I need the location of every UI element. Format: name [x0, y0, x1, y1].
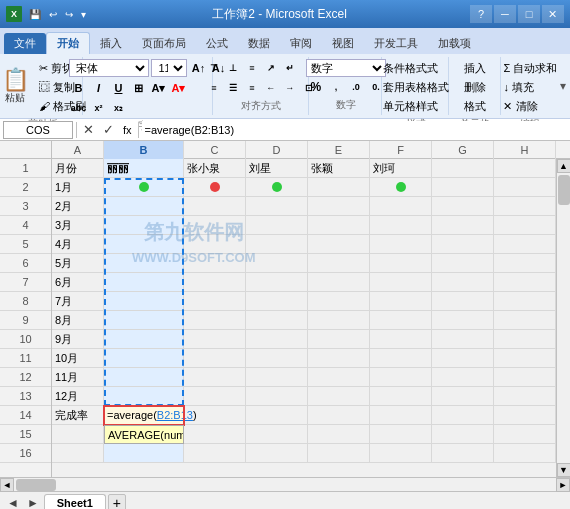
- cell-e3[interactable]: [308, 197, 370, 216]
- indent-inc-button[interactable]: →: [281, 79, 299, 97]
- cell-e11[interactable]: [308, 349, 370, 368]
- underline-button[interactable]: U: [109, 79, 127, 97]
- align-middle-button[interactable]: ⊥: [224, 59, 242, 77]
- cell-b9[interactable]: [104, 311, 184, 330]
- row-header-11[interactable]: 11: [0, 349, 51, 368]
- cell-b14[interactable]: =average(B2:B13): [104, 406, 184, 425]
- ribbon-scroll-button[interactable]: ▾: [560, 79, 566, 93]
- cell-g14[interactable]: [432, 406, 494, 425]
- cell-c13[interactable]: [184, 387, 246, 406]
- cell-c10[interactable]: [184, 330, 246, 349]
- cell-d6[interactable]: [246, 254, 308, 273]
- corner-cell[interactable]: [0, 141, 52, 158]
- font-color-button[interactable]: A▾: [169, 79, 187, 97]
- indent-dec-button[interactable]: ←: [262, 79, 280, 97]
- cell-g7[interactable]: [432, 273, 494, 292]
- cell-h12[interactable]: [494, 368, 556, 387]
- cell-a16[interactable]: [52, 444, 104, 463]
- row-header-16[interactable]: 16: [0, 444, 51, 463]
- delete-cells-button[interactable]: 删除: [461, 78, 489, 96]
- cell-h9[interactable]: [494, 311, 556, 330]
- cell-h2[interactable]: [494, 178, 556, 197]
- cell-b4[interactable]: [104, 216, 184, 235]
- cell-g12[interactable]: [432, 368, 494, 387]
- cell-f4[interactable]: [370, 216, 432, 235]
- maximize-button[interactable]: □: [518, 5, 540, 23]
- row-header-10[interactable]: 10: [0, 330, 51, 349]
- subscript-button[interactable]: x₂: [109, 99, 127, 117]
- wrap-text-button[interactable]: ↵: [281, 59, 299, 77]
- cell-c11[interactable]: [184, 349, 246, 368]
- cell-h4[interactable]: [494, 216, 556, 235]
- cell-d12[interactable]: [246, 368, 308, 387]
- cell-g6[interactable]: [432, 254, 494, 273]
- cell-c16[interactable]: [184, 444, 246, 463]
- row-header-6[interactable]: 6: [0, 254, 51, 273]
- cell-d2[interactable]: [246, 178, 308, 197]
- minimize-button[interactable]: ─: [494, 5, 516, 23]
- tab-file[interactable]: 文件: [4, 33, 46, 54]
- cell-h8[interactable]: [494, 292, 556, 311]
- cell-c1[interactable]: 张小泉: [184, 159, 246, 178]
- cell-c12[interactable]: [184, 368, 246, 387]
- cell-c2[interactable]: [184, 178, 246, 197]
- col-header-h[interactable]: H: [494, 141, 556, 159]
- function-wizard-button[interactable]: fx: [120, 124, 135, 136]
- cell-c3[interactable]: [184, 197, 246, 216]
- cell-g4[interactable]: [432, 216, 494, 235]
- cell-f12[interactable]: [370, 368, 432, 387]
- cell-a10[interactable]: 9月: [52, 330, 104, 349]
- cell-h15[interactable]: [494, 425, 556, 444]
- cell-e10[interactable]: [308, 330, 370, 349]
- scroll-up-button[interactable]: ▲: [557, 159, 571, 173]
- cell-a7[interactable]: 6月: [52, 273, 104, 292]
- tab-data[interactable]: 数据: [238, 33, 280, 54]
- autosum-button[interactable]: Σ 自动求和: [500, 59, 560, 77]
- cell-e13[interactable]: [308, 387, 370, 406]
- fill-button[interactable]: ↓ 填充: [500, 78, 560, 96]
- cell-b7[interactable]: [104, 273, 184, 292]
- cell-a11[interactable]: 10月: [52, 349, 104, 368]
- cell-g2[interactable]: [432, 178, 494, 197]
- paste-button[interactable]: 📋 粘贴: [0, 65, 33, 109]
- sheet-nav-next[interactable]: ►: [24, 496, 42, 510]
- cell-h6[interactable]: [494, 254, 556, 273]
- cell-f9[interactable]: [370, 311, 432, 330]
- align-right-button[interactable]: ≡: [243, 79, 261, 97]
- cell-g1[interactable]: [432, 159, 494, 178]
- row-header-14[interactable]: 14: [0, 406, 51, 425]
- redo-button[interactable]: ↪: [62, 8, 76, 21]
- cell-c8[interactable]: [184, 292, 246, 311]
- cell-h10[interactable]: [494, 330, 556, 349]
- cell-d8[interactable]: [246, 292, 308, 311]
- cell-a8[interactable]: 7月: [52, 292, 104, 311]
- cell-e1[interactable]: 张颖: [308, 159, 370, 178]
- cell-a15[interactable]: [52, 425, 104, 444]
- cell-b10[interactable]: [104, 330, 184, 349]
- cell-c6[interactable]: [184, 254, 246, 273]
- cell-f6[interactable]: [370, 254, 432, 273]
- cell-b2[interactable]: [104, 178, 184, 197]
- clear-button[interactable]: ✕ 清除: [500, 97, 560, 115]
- superscript-button[interactable]: x²: [89, 99, 107, 117]
- cell-a1[interactable]: 月份: [52, 159, 104, 178]
- cell-b11[interactable]: [104, 349, 184, 368]
- font-size-select[interactable]: 11: [151, 59, 187, 77]
- tab-developer[interactable]: 开发工具: [364, 33, 428, 54]
- formula-confirm-button[interactable]: ✓: [100, 122, 117, 137]
- cell-g11[interactable]: [432, 349, 494, 368]
- cell-h16[interactable]: [494, 444, 556, 463]
- cell-g9[interactable]: [432, 311, 494, 330]
- fill-color-button[interactable]: A▾: [149, 79, 167, 97]
- tab-insert[interactable]: 插入: [90, 33, 132, 54]
- number-format-select[interactable]: 数字: [306, 59, 386, 77]
- table-format-button[interactable]: 套用表格格式: [380, 78, 452, 96]
- increase-decimal-button[interactable]: .0: [347, 78, 365, 96]
- cell-b15[interactable]: AVERAGE(number1, [number2], ...): [104, 425, 184, 444]
- cell-styles-button[interactable]: 单元格样式: [380, 97, 452, 115]
- cell-d16[interactable]: [246, 444, 308, 463]
- cell-f11[interactable]: [370, 349, 432, 368]
- cell-g10[interactable]: [432, 330, 494, 349]
- cell-b3[interactable]: [104, 197, 184, 216]
- cell-e8[interactable]: [308, 292, 370, 311]
